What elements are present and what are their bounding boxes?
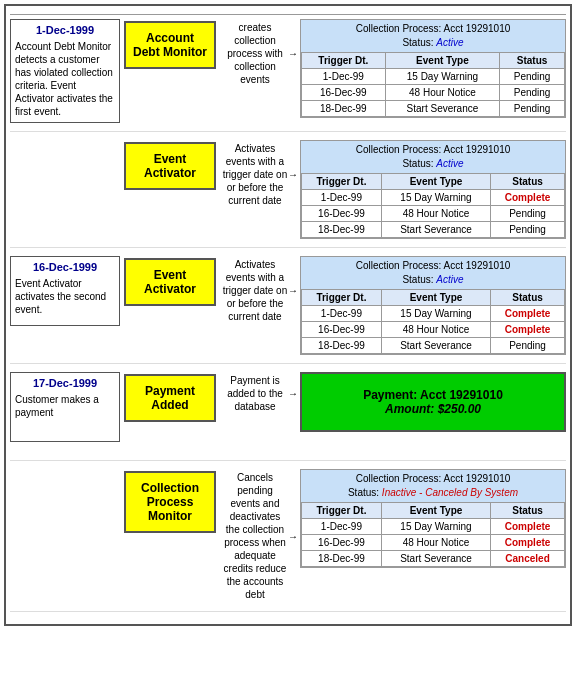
td-event-type-s1-0: 15 Day Warning — [385, 69, 499, 85]
td-event-type-s3-1: 48 Hour Notice — [381, 322, 490, 338]
col-table-s2: Trigger Dt.Event TypeStatus1-Dec-9915 Da… — [301, 173, 565, 238]
td-status-s3-0: Complete — [491, 306, 565, 322]
objects-col-s4: Payment: Acct 19291010Amount: $250.00 — [300, 372, 566, 432]
section-row-s1: 1-Dec-1999Account Debt Monitor detects a… — [10, 19, 566, 132]
col-header-event_type-s5: Event Type — [381, 503, 490, 519]
arrow-text-s3: Activates events with a trigger date on … — [222, 258, 288, 323]
process-box-s2: Event Activator — [124, 142, 216, 190]
event-date-s3: 16-Dec-1999 — [15, 261, 115, 273]
payment-line1-s4: Payment: Acct 19291010 — [310, 388, 556, 402]
event-col-s5 — [10, 469, 120, 549]
process-col-s5: Collection Process Monitor — [120, 469, 220, 535]
arrow-text-s2: Activates events with a trigger date on … — [222, 142, 288, 207]
section-row-s4: 17-Dec-1999Customer makes a paymentPayme… — [10, 372, 566, 461]
collection-header-s5: Collection Process: Acct 19291010Status:… — [301, 470, 565, 502]
td-trigger-s2-2: 18-Dec-99 — [302, 222, 382, 238]
table-row-s1-0: 1-Dec-9915 Day WarningPending — [302, 69, 565, 85]
collection-table-wrap-s2: Collection Process: Acct 19291010Status:… — [300, 140, 566, 239]
td-event-type-s2-1: 48 Hour Notice — [381, 206, 490, 222]
process-box-s3: Event Activator — [124, 258, 216, 306]
event-date-s1: 1-Dec-1999 — [15, 24, 115, 36]
sections-container: 1-Dec-1999Account Debt Monitor detects a… — [10, 19, 566, 612]
event-col-s2 — [10, 140, 120, 220]
collection-header-line1-s5: Collection Process: Acct 19291010 — [305, 472, 561, 486]
arrow-icon-s5: → — [288, 530, 298, 543]
process-box-s1: Account Debt Monitor — [124, 21, 216, 69]
objects-col-s2: Collection Process: Acct 19291010Status:… — [300, 140, 566, 239]
table-row-s5-2: 18-Dec-99Start SeveranceCanceled — [302, 551, 565, 567]
arrow-col-s4: Payment is added to the database → — [220, 372, 300, 415]
event-box-s3: 16-Dec-1999Event Activator activates the… — [10, 256, 120, 326]
payment-box-s4: Payment: Acct 19291010Amount: $250.00 — [300, 372, 566, 432]
td-trigger-s2-0: 1-Dec-99 — [302, 190, 382, 206]
objects-col-s5: Collection Process: Acct 19291010Status:… — [300, 469, 566, 568]
collection-header-s3: Collection Process: Acct 19291010Status:… — [301, 257, 565, 289]
td-status-s2-1: Pending — [491, 206, 565, 222]
col-header-trigger-s2: Trigger Dt. — [302, 174, 382, 190]
td-trigger-s1-0: 1-Dec-99 — [302, 69, 386, 85]
event-col-s3: 16-Dec-1999Event Activator activates the… — [10, 256, 120, 336]
collection-header-line2-s3: Status: Active — [305, 273, 561, 287]
td-trigger-s3-1: 16-Dec-99 — [302, 322, 382, 338]
arrow-col-s2: Activates events with a trigger date on … — [220, 140, 300, 209]
td-trigger-s1-1: 16-Dec-99 — [302, 85, 386, 101]
process-box-s4: Payment Added — [124, 374, 216, 422]
event-desc-s4: Customer makes a payment — [15, 393, 115, 419]
td-event-type-s2-0: 15 Day Warning — [381, 190, 490, 206]
td-event-type-s1-2: Start Severance — [385, 101, 499, 117]
event-col-s4: 17-Dec-1999Customer makes a payment — [10, 372, 120, 452]
col-header-event_type-s3: Event Type — [381, 290, 490, 306]
process-box-s5: Collection Process Monitor — [124, 471, 216, 533]
collection-header-line1-s2: Collection Process: Acct 19291010 — [305, 143, 561, 157]
section-row-s2: Event ActivatorActivates events with a t… — [10, 140, 566, 248]
arrow-col-s5: Cancels pending events and deactivates t… — [220, 469, 300, 603]
table-row-s1-2: 18-Dec-99Start SeverancePending — [302, 101, 565, 117]
collection-header-line2-s5: Status: Inactive - Canceled By System — [305, 486, 561, 500]
event-box-s4: 17-Dec-1999Customer makes a payment — [10, 372, 120, 442]
td-event-type-s5-0: 15 Day Warning — [381, 519, 490, 535]
td-trigger-s3-2: 18-Dec-99 — [302, 338, 382, 354]
table-row-s2-0: 1-Dec-9915 Day WarningComplete — [302, 190, 565, 206]
collection-header-line2-s2: Status: Active — [305, 157, 561, 171]
event-desc-s1: Account Debt Monitor detects a customer … — [15, 40, 115, 118]
col-header-status-s3: Status — [491, 290, 565, 306]
event-date-s4: 17-Dec-1999 — [15, 377, 115, 389]
main-container: 1-Dec-1999Account Debt Monitor detects a… — [4, 4, 572, 626]
col-header-status-s2: Status — [491, 174, 565, 190]
arrow-icon-s2: → — [288, 168, 298, 181]
col-header-trigger-s1: Trigger Dt. — [302, 53, 386, 69]
td-trigger-s3-0: 1-Dec-99 — [302, 306, 382, 322]
section-row-s5: Collection Process MonitorCancels pendin… — [10, 469, 566, 612]
col-header-trigger-s3: Trigger Dt. — [302, 290, 382, 306]
table-row-s3-1: 16-Dec-9948 Hour NoticeComplete — [302, 322, 565, 338]
collection-header-s1: Collection Process: Acct 19291010Status:… — [301, 20, 565, 52]
process-col-s2: Event Activator — [120, 140, 220, 192]
td-status-s2-2: Pending — [491, 222, 565, 238]
arrow-col-s1: creates collection process with collecti… — [220, 19, 300, 88]
td-event-type-s5-1: 48 Hour Notice — [381, 535, 490, 551]
header-row — [10, 10, 566, 15]
collection-header-line1-s1: Collection Process: Acct 19291010 — [305, 22, 561, 36]
td-event-type-s3-2: Start Severance — [381, 338, 490, 354]
col-header-trigger-s5: Trigger Dt. — [302, 503, 382, 519]
table-row-s3-2: 18-Dec-99Start SeverancePending — [302, 338, 565, 354]
td-status-s5-1: Complete — [491, 535, 565, 551]
table-row-s5-1: 16-Dec-9948 Hour NoticeComplete — [302, 535, 565, 551]
process-col-s4: Payment Added — [120, 372, 220, 424]
td-status-s1-1: Pending — [500, 85, 565, 101]
td-trigger-s5-0: 1-Dec-99 — [302, 519, 382, 535]
event-box-s1: 1-Dec-1999Account Debt Monitor detects a… — [10, 19, 120, 123]
collection-header-s2: Collection Process: Acct 19291010Status:… — [301, 141, 565, 173]
td-trigger-s5-1: 16-Dec-99 — [302, 535, 382, 551]
td-status-s2-0: Complete — [491, 190, 565, 206]
table-row-s1-1: 16-Dec-9948 Hour NoticePending — [302, 85, 565, 101]
col-header-status-s5: Status — [491, 503, 565, 519]
collection-table-wrap-s5: Collection Process: Acct 19291010Status:… — [300, 469, 566, 568]
arrow-col-s3: Activates events with a trigger date on … — [220, 256, 300, 325]
td-trigger-s1-2: 18-Dec-99 — [302, 101, 386, 117]
td-trigger-s5-2: 18-Dec-99 — [302, 551, 382, 567]
td-event-type-s2-2: Start Severance — [381, 222, 490, 238]
payment-line2-s4: Amount: $250.00 — [310, 402, 556, 416]
td-status-s1-2: Pending — [500, 101, 565, 117]
collection-table-wrap-s3: Collection Process: Acct 19291010Status:… — [300, 256, 566, 355]
